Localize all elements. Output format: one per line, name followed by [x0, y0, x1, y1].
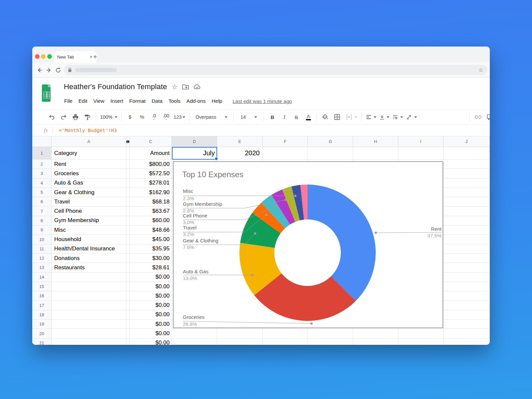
back-icon[interactable]	[35, 66, 44, 75]
row-header-3[interactable]: 3	[32, 169, 52, 178]
cell-J1[interactable]	[444, 147, 490, 160]
cell-J16[interactable]	[444, 291, 490, 301]
horizontal-align-button[interactable]	[366, 112, 376, 122]
format-percent-button[interactable]: %	[138, 112, 146, 122]
column-header-I[interactable]: I	[398, 136, 444, 147]
row-header-19[interactable]: 19	[32, 320, 52, 329]
cell-F1[interactable]	[263, 147, 308, 160]
forward-icon[interactable]	[44, 66, 54, 75]
row-header-10[interactable]: 10	[32, 235, 52, 244]
cell-C8[interactable]: $60.00	[130, 216, 172, 225]
cell-G1[interactable]	[308, 147, 353, 160]
decrease-decimal-button[interactable]: .0←	[150, 112, 158, 122]
cell-A18[interactable]	[52, 310, 126, 320]
font-size-select[interactable]: 14	[238, 112, 260, 122]
cell-A17[interactable]	[52, 301, 126, 310]
cell-A8[interactable]: Gym Membership	[52, 216, 126, 225]
cell-J9[interactable]	[444, 225, 490, 235]
cell-I21[interactable]	[398, 338, 444, 345]
row-header-5[interactable]: 5	[32, 188, 52, 197]
row-header-8[interactable]: 8	[32, 216, 52, 225]
cell-H21[interactable]	[353, 338, 398, 345]
minimize-window-button[interactable]	[41, 54, 46, 59]
url-bar[interactable]: ☆	[64, 65, 487, 75]
cell-D21[interactable]	[172, 338, 217, 345]
redo-button[interactable]	[59, 112, 68, 122]
row-header-17[interactable]: 17	[32, 301, 52, 310]
insert-comment-button[interactable]	[486, 112, 490, 122]
row-header-7[interactable]: 7	[32, 207, 52, 216]
cell-G20[interactable]	[308, 329, 353, 338]
cell-J11[interactable]	[444, 244, 490, 254]
font-select[interactable]: Overpass	[194, 112, 229, 122]
row-header-12[interactable]: 12	[32, 254, 52, 263]
cell-A13[interactable]: Restaurants	[52, 263, 126, 272]
menu-file[interactable]: File	[61, 97, 75, 105]
cell-J15[interactable]	[444, 282, 490, 291]
column-header-D[interactable]: D	[172, 136, 217, 147]
cell-C17[interactable]: $0.00	[130, 301, 172, 310]
menu-data[interactable]: Data	[149, 97, 166, 105]
sheets-logo-icon[interactable]	[42, 84, 51, 102]
cell-C15[interactable]: $0.00	[130, 282, 172, 291]
document-title[interactable]: Heather's Foundation Template	[64, 82, 167, 91]
cell-C20[interactable]: $0.00	[130, 329, 172, 338]
cell-J21[interactable]	[444, 338, 490, 345]
last-edit-link[interactable]: Last edit was 1 minute ago	[232, 98, 292, 104]
menu-format[interactable]: Format	[126, 97, 149, 105]
bold-button[interactable]: B	[268, 112, 277, 122]
menu-tools[interactable]: Tools	[166, 97, 184, 105]
cell-A9[interactable]: Misc	[52, 225, 126, 235]
row-header-18[interactable]: 18	[32, 310, 52, 320]
cell-A15[interactable]	[52, 282, 126, 291]
cell-J13[interactable]	[444, 263, 490, 272]
cloud-status-icon[interactable]	[194, 84, 201, 89]
cell-J3[interactable]	[444, 169, 490, 178]
cell-A14[interactable]	[52, 273, 126, 282]
cell-J19[interactable]	[444, 320, 490, 329]
cell-C21[interactable]: $0.00	[130, 338, 172, 345]
cell-F21[interactable]	[263, 338, 308, 345]
cell-I20[interactable]	[398, 329, 444, 338]
cell-J12[interactable]	[444, 254, 490, 263]
vertical-align-button[interactable]	[380, 112, 389, 122]
zoom-select[interactable]: 100%	[100, 112, 117, 122]
cell-A6[interactable]: Travel	[52, 197, 126, 206]
cell-J14[interactable]	[444, 273, 490, 282]
column-header-J[interactable]: J	[444, 136, 490, 147]
cell-C19[interactable]: $0.00	[130, 320, 172, 329]
cell-J5[interactable]	[444, 188, 490, 197]
menu-add-ons[interactable]: Add-ons	[184, 97, 209, 105]
column-header-F[interactable]: F	[263, 136, 308, 147]
menu-help[interactable]: Help	[209, 97, 225, 105]
cell-C4[interactable]: $278.01	[130, 179, 172, 188]
row-header-11[interactable]: 11	[32, 244, 52, 254]
cell-J6[interactable]	[444, 197, 490, 206]
cell-E1[interactable]: 2020	[217, 147, 263, 160]
formula-input[interactable]: ='Monthly Budget'!H3	[59, 128, 117, 133]
bookmark-star-icon[interactable]: ☆	[478, 66, 483, 73]
browser-tab[interactable]: New Tab ×	[54, 51, 96, 63]
print-button[interactable]	[71, 112, 80, 122]
menu-view[interactable]: View	[90, 97, 107, 105]
cell-A19[interactable]	[52, 320, 126, 329]
fill-color-button[interactable]	[321, 112, 330, 122]
paint-format-button[interactable]	[83, 112, 92, 122]
cell-C2[interactable]: $800.00	[130, 160, 172, 169]
increase-decimal-button[interactable]: .00→	[162, 112, 170, 122]
maximize-window-button[interactable]	[47, 54, 52, 59]
insert-link-button[interactable]	[474, 112, 482, 122]
column-header-E[interactable]: E	[217, 136, 263, 147]
text-color-button[interactable]: A	[304, 112, 313, 122]
row-header-4[interactable]: 4	[32, 179, 52, 188]
cell-A4[interactable]: Auto & Gas	[52, 179, 126, 188]
cell-J8[interactable]	[444, 216, 490, 225]
cell-C3[interactable]: $572.50	[130, 169, 172, 178]
row-header-2[interactable]: 2	[32, 160, 52, 169]
borders-button[interactable]	[333, 112, 341, 122]
cell-A11[interactable]: Health/Dental Insurance	[52, 244, 126, 254]
menu-insert[interactable]: Insert	[107, 97, 126, 105]
cell-H20[interactable]	[353, 329, 398, 338]
new-tab-button[interactable]: +	[93, 53, 97, 61]
row-header-1[interactable]: 1	[32, 147, 52, 160]
